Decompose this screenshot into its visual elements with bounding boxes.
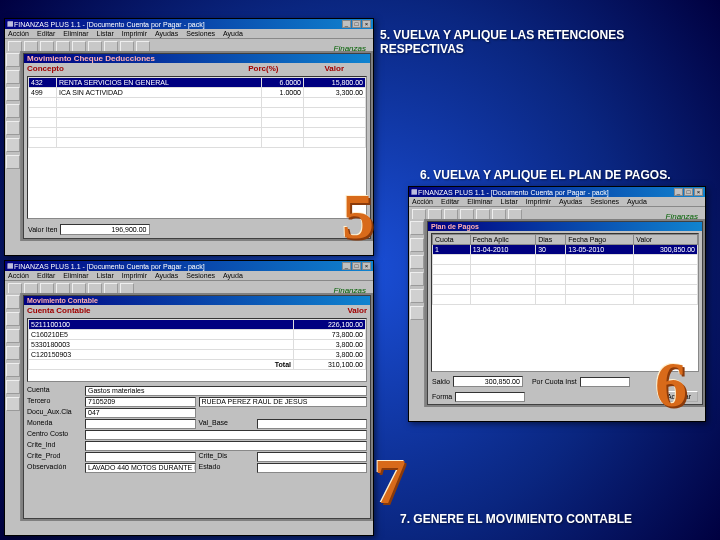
por-cuota-label: Por Cuota Inst — [532, 378, 577, 385]
menu-item[interactable]: Listar — [97, 30, 114, 37]
por-cuota-input[interactable] — [580, 377, 630, 387]
sidebar-button[interactable] — [6, 295, 20, 309]
menu-item[interactable]: Acción — [412, 198, 433, 205]
table-row[interactable]: 432 RENTA SERVICIOS EN GENERAL 6.0000 15… — [29, 78, 366, 88]
menu-item[interactable]: Imprimir — [122, 272, 147, 279]
menu-item[interactable]: Ayudas — [155, 272, 178, 279]
menu-item[interactable]: Ayuda — [627, 198, 647, 205]
sidebar-button[interactable] — [6, 312, 20, 326]
close-button[interactable]: × — [362, 20, 371, 28]
menu-item[interactable]: Sesiones — [186, 30, 215, 37]
menu-item[interactable]: Ayudas — [155, 30, 178, 37]
menu-item[interactable]: Eliminar — [467, 198, 492, 205]
titlebar[interactable]: ▦ FINANZAS PLUS 1.1 - [Documento Cuenta … — [409, 187, 705, 197]
table-row[interactable] — [433, 295, 698, 305]
sidebar-button[interactable] — [6, 397, 20, 411]
table-row[interactable]: 499 ICA SIN ACTIVIDAD 1.0000 3,300.00 — [29, 88, 366, 98]
sidebar-button[interactable] — [6, 53, 20, 67]
menubar: Acción Editar Eliminar Listar Imprimir A… — [5, 271, 373, 281]
titlebar[interactable]: ▦ FINANZAS PLUS 1.1 - [Documento Cuenta … — [5, 261, 373, 271]
docu-aux-input[interactable]: 047 — [85, 408, 196, 418]
table-row[interactable] — [433, 285, 698, 295]
menu-item[interactable]: Acción — [8, 30, 29, 37]
window-retenciones: ▦ FINANZAS PLUS 1.1 - [Documento Cuenta … — [4, 18, 374, 256]
titlebar[interactable]: ▦ FINANZAS PLUS 1.1 - [Documento Cuenta … — [5, 19, 373, 29]
menu-item[interactable]: Eliminar — [63, 272, 88, 279]
retenciones-grid[interactable]: 432 RENTA SERVICIOS EN GENERAL 6.0000 15… — [27, 76, 367, 219]
sidebar-button[interactable] — [410, 221, 424, 235]
col-fecha-pago: Fecha Pago — [566, 235, 634, 245]
menu-item[interactable]: Listar — [97, 272, 114, 279]
sidebar-button[interactable] — [6, 380, 20, 394]
sidebar-button[interactable] — [6, 104, 20, 118]
sidebar-button[interactable] — [6, 138, 20, 152]
cuenta-input[interactable]: Gastos materiales — [85, 386, 367, 396]
close-button[interactable]: × — [362, 262, 371, 270]
sidebar-button[interactable] — [410, 306, 424, 320]
moneda-input[interactable] — [85, 419, 196, 429]
mov-contable-grid[interactable]: 5211100100226,100.00 C160210E573,800.00 … — [27, 318, 367, 382]
sidebar-button[interactable] — [6, 70, 20, 84]
col-valor: Valor — [634, 235, 698, 245]
minimize-button[interactable]: _ — [342, 20, 351, 28]
table-row[interactable] — [29, 98, 366, 108]
table-row[interactable] — [433, 275, 698, 285]
sidebar-button[interactable] — [6, 346, 20, 360]
sidebar-button[interactable] — [6, 87, 20, 101]
table-row[interactable]: Total310,100.00 — [29, 360, 366, 370]
step-number-6: 6 — [655, 348, 687, 422]
sub-title: Movimiento Contable — [27, 297, 98, 304]
menu-item[interactable]: Editar — [37, 30, 55, 37]
table-row[interactable] — [29, 118, 366, 128]
table-row[interactable]: 53301800033,800.00 — [29, 340, 366, 350]
table-row[interactable]: C1201509033,800.00 — [29, 350, 366, 360]
sidebar-button[interactable] — [6, 363, 20, 377]
total-label: Valor Iten — [28, 226, 57, 233]
table-row[interactable] — [433, 255, 698, 265]
menu-item[interactable]: Sesiones — [590, 198, 619, 205]
table-row[interactable]: 1 13-04-2010 30 13-05-2010 300,850.00 — [433, 245, 698, 255]
menu-item[interactable]: Editar — [37, 272, 55, 279]
table-row[interactable] — [29, 138, 366, 148]
centro-costo-input[interactable] — [85, 430, 367, 440]
table-row[interactable]: C160210E573,800.00 — [29, 330, 366, 340]
table-row[interactable] — [433, 265, 698, 275]
maximize-button[interactable]: □ — [352, 262, 361, 270]
menu-item[interactable]: Listar — [501, 198, 518, 205]
minimize-button[interactable]: _ — [674, 188, 683, 196]
crite-ind-input[interactable] — [85, 441, 367, 451]
sidebar-button[interactable] — [410, 272, 424, 286]
menu-item[interactable]: Eliminar — [63, 30, 88, 37]
sidebar-button[interactable] — [410, 255, 424, 269]
close-button[interactable]: × — [694, 188, 703, 196]
col-fecha-aplic: Fecha Aplic — [470, 235, 535, 245]
table-row[interactable] — [29, 128, 366, 138]
table-row[interactable]: 5211100100226,100.00 — [29, 320, 366, 330]
menu-item[interactable]: Imprimir — [122, 30, 147, 37]
menu-item[interactable]: Ayudas — [559, 198, 582, 205]
val-base-input[interactable] — [257, 419, 368, 429]
sidebar-button[interactable] — [410, 238, 424, 252]
observacion-input[interactable]: LAVADO 440 MOTOS DURANTE EL I SEMESTRE — [85, 463, 196, 473]
menu-item[interactable]: Acción — [8, 272, 29, 279]
menu-item[interactable]: Imprimir — [526, 198, 551, 205]
sidebar-button[interactable] — [410, 289, 424, 303]
table-row[interactable] — [29, 108, 366, 118]
col-valor: Valor — [324, 64, 344, 73]
minimize-button[interactable]: _ — [342, 262, 351, 270]
menu-item[interactable]: Ayuda — [223, 272, 243, 279]
sidebar-button[interactable] — [6, 329, 20, 343]
estado-input[interactable] — [257, 463, 368, 473]
sidebar-button[interactable] — [6, 155, 20, 169]
sidebar-button[interactable] — [6, 121, 20, 135]
crite-dis-input[interactable] — [257, 452, 368, 462]
menu-item[interactable]: Sesiones — [186, 272, 215, 279]
menu-item[interactable]: Editar — [441, 198, 459, 205]
maximize-button[interactable]: □ — [352, 20, 361, 28]
forma-input[interactable] — [455, 392, 525, 402]
crite-prod-input[interactable] — [85, 452, 196, 462]
menu-item[interactable]: Ayuda — [223, 30, 243, 37]
titlebar-text: FINANZAS PLUS 1.1 - [Documento Cuenta po… — [14, 263, 205, 270]
tercero-input[interactable]: 7105209 — [85, 397, 196, 407]
maximize-button[interactable]: □ — [684, 188, 693, 196]
